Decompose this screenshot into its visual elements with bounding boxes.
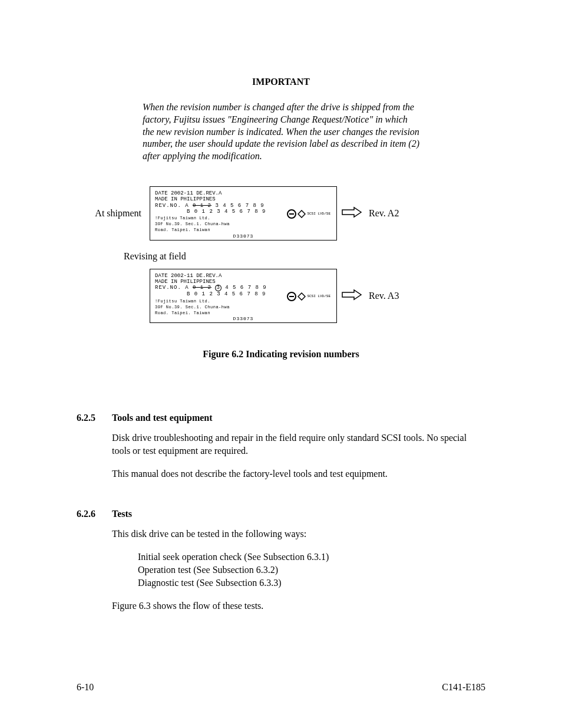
- label-addr-2: 39F No.39. Sec.1. Chuna-hwa: [155, 222, 332, 226]
- section-title-626: Tests: [112, 509, 132, 519]
- page-footer: 6-10 C141-E185: [77, 682, 485, 693]
- row-a-rest-b: 4 5 6 7 8 9: [222, 285, 267, 291]
- arrow-right-icon: [341, 289, 362, 301]
- important-text: When the revision number is changed afte…: [143, 101, 419, 163]
- scsi-mark-text-b: SCSI LVD/SE: [307, 295, 330, 298]
- revision-label-box-2: DATE 2002-11 DE.REV.A MADE IN PHILIPPINE…: [150, 269, 337, 323]
- arrow-1: [337, 206, 366, 220]
- revising-at-field-label: Revising at field: [124, 251, 485, 262]
- section-num-625: 6.2.5: [77, 413, 112, 423]
- label-row-a: REV.NO. A 0 1 2 3 4 5 6 7 8 9: [155, 203, 332, 209]
- figure-row-field: DATE 2002-11 DE.REV.A MADE IN PHILIPPINE…: [77, 269, 485, 323]
- footer-doc-id: C141-E185: [442, 682, 485, 693]
- rev-prefix-b: REV.NO. A: [155, 285, 193, 291]
- label-line-1: DATE 2002-11 DE.REV.A: [155, 190, 332, 196]
- diamond-icon: [297, 292, 306, 301]
- label-row-a-b: REV.NO. A 0 1 2 3 4 5 6 7 8 9: [155, 285, 332, 291]
- section-626-header: 6.2.6 Tests: [77, 509, 485, 519]
- figure-6-2: At shipment DATE 2002-11 DE.REV.A MADE I…: [77, 186, 485, 360]
- important-heading: IMPORTANT: [77, 77, 485, 87]
- list-item: Diagnostic test (See Subsection 6.3.3): [138, 577, 485, 589]
- label-line-2b: MADE IN PHILIPPINES: [155, 279, 332, 285]
- list-item: Initial seek operation check (See Subsec…: [138, 551, 485, 564]
- figure-row-shipment: At shipment DATE 2002-11 DE.REV.A MADE I…: [77, 186, 485, 241]
- svg-marker-2: [298, 210, 305, 218]
- label-line-1b: DATE 2002-11 DE.REV.A: [155, 273, 332, 279]
- rev-a3-label: Rev. A3: [366, 291, 399, 301]
- svg-marker-5: [298, 293, 305, 300]
- at-shipment-label: At shipment: [77, 208, 150, 219]
- revision-label-box-1: DATE 2002-11 DE.REV.A MADE IN PHILIPPINE…: [150, 186, 337, 241]
- label-addr-3: Road. Taipei. Taiwan: [155, 228, 332, 232]
- section-title-625: Tools and test equipment: [112, 413, 213, 423]
- row-a-rest: 4 5 6 7 8 9: [219, 203, 265, 209]
- label-line-2: MADE IN PHILIPPINES: [155, 196, 332, 202]
- rev-a2-label: Rev. A2: [366, 208, 399, 219]
- arrow-right-icon: [341, 206, 362, 218]
- label-addr-2b: 39F No.39. Sec.1. Chuna-hwa: [155, 305, 332, 309]
- label-addr-3b: Road. Taipei. Taiwan: [155, 311, 332, 315]
- para-626-1: This disk drive can be tested in the fol…: [112, 528, 485, 541]
- struck-012-b: 0 1 2: [193, 285, 211, 291]
- circled-3: 3: [215, 285, 221, 291]
- para-625-2: This manual does not describe the factor…: [112, 467, 485, 480]
- compliance-marks-b: SCSI LVD/SE: [287, 292, 330, 301]
- document-page: IMPORTANT When the revision number is ch…: [0, 0, 562, 728]
- label-bottom-code-b: D33073: [155, 316, 332, 321]
- rev-prefix: REV.NO. A: [155, 203, 193, 209]
- para-625-1: Disk drive troubleshooting and repair in…: [112, 431, 485, 457]
- list-item: Operation test (See Subsection 6.3.2): [138, 564, 485, 577]
- para-626-2: Figure 6.3 shows the flow of these tests…: [112, 599, 485, 612]
- circle-dash-icon: [287, 209, 296, 219]
- struck-012: 0 1 2: [193, 203, 211, 209]
- section-625-header: 6.2.5 Tools and test equipment: [77, 413, 485, 423]
- compliance-marks: SCSI LVD/SE: [287, 209, 330, 219]
- scsi-mark-text: SCSI LVD/SE: [307, 212, 330, 216]
- section-num-626: 6.2.6: [77, 509, 112, 519]
- test-list: Initial seek operation check (See Subsec…: [138, 551, 485, 589]
- circle-dash-icon: [287, 292, 296, 301]
- arrow-2: [337, 289, 366, 303]
- label-bottom-code: D33073: [155, 233, 332, 239]
- figure-caption: Figure 6.2 Indicating revision numbers: [77, 349, 485, 360]
- footer-page-num: 6-10: [77, 682, 94, 693]
- diamond-icon: [297, 210, 306, 218]
